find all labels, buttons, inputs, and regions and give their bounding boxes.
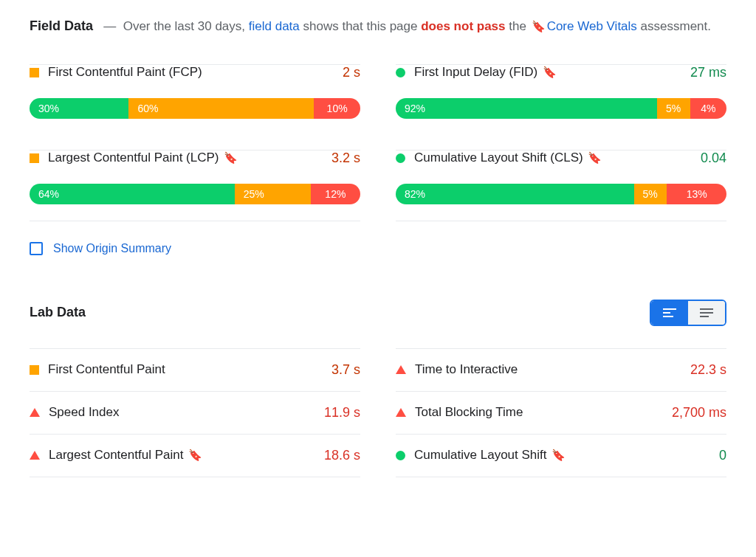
distribution-bar: 82%5%13% xyxy=(396,184,726,204)
lab-view-toggle[interactable] xyxy=(650,300,726,326)
lab-metric-row[interactable]: Speed Index11.9 s xyxy=(30,391,360,434)
field-metric[interactable]: Largest Contentful Paint (LCP) 🔖3.2 s64%… xyxy=(30,135,360,221)
bookmark-icon: 🔖 xyxy=(532,20,546,32)
lab-metric-label: Cumulative Layout Shift 🔖 xyxy=(414,448,710,463)
metric-label: Largest Contentful Paint (LCP) 🔖 xyxy=(48,151,323,165)
bar-segment-label: 25% xyxy=(244,188,264,200)
field-left-column: First Contentful Paint (FCP)2 s30%60%10%… xyxy=(30,49,360,221)
view-toggle-lines-icon[interactable] xyxy=(688,301,725,325)
bar-segment-good: 30% xyxy=(30,98,128,119)
lab-data-header: Lab Data xyxy=(30,300,726,326)
distribution-bar: 30%60%10% xyxy=(30,98,360,119)
lab-metric-value: 22.3 s xyxy=(690,362,726,378)
bar-segment-label: 4% xyxy=(701,103,715,114)
metric-value: 0.04 xyxy=(701,151,726,166)
bar-segment-label: 13% xyxy=(687,188,707,200)
bar-segment-good: 82% xyxy=(396,184,634,204)
status-triangle-icon xyxy=(30,451,40,460)
metric-value: 3.2 s xyxy=(331,151,360,166)
distribution-bar: 64%25%12% xyxy=(30,184,360,204)
lab-metric-value: 0 xyxy=(719,448,726,463)
bar-segment-label: 92% xyxy=(405,103,425,114)
lab-metric-row[interactable]: Cumulative Layout Shift 🔖0 xyxy=(396,434,726,477)
bookmark-icon: 🔖 xyxy=(543,66,557,78)
field-metric[interactable]: Cumulative Layout Shift (CLS) 🔖0.0482%5%… xyxy=(396,135,726,221)
field-right-column: First Input Delay (FID) 🔖27 ms92%5%4%Cum… xyxy=(396,49,726,221)
bar-segment-needs-improvement: 5% xyxy=(634,184,667,204)
origin-summary-checkbox[interactable] xyxy=(30,242,43,255)
lab-metric-value: 3.7 s xyxy=(331,362,360,378)
lab-metric-label: Total Blocking Time xyxy=(415,405,663,420)
lab-metrics-grid: First Contentful Paint3.7 sSpeed Index11… xyxy=(30,348,726,477)
status-circle-icon xyxy=(396,153,405,163)
bar-segment-label: 60% xyxy=(137,103,158,114)
lab-metric-label: Time to Interactive xyxy=(415,362,681,377)
bar-segment-label: 5% xyxy=(666,103,681,114)
bar-segment-label: 30% xyxy=(38,103,59,114)
metric-label: First Input Delay (FID) 🔖 xyxy=(414,65,681,80)
bar-segment-label: 10% xyxy=(327,103,348,114)
distribution-bar: 92%5%4% xyxy=(396,98,726,119)
bar-segment-label: 12% xyxy=(325,188,346,200)
intro-text: Over the last 30 days, xyxy=(123,19,245,33)
field-metric[interactable]: First Input Delay (FID) 🔖27 ms92%5%4% xyxy=(396,49,726,135)
lab-metric-row[interactable]: Largest Contentful Paint 🔖18.6 s xyxy=(30,434,360,477)
lab-metric-value: 18.6 s xyxy=(324,448,360,463)
bookmark-icon: 🔖 xyxy=(224,151,238,164)
intro-text: assessment. xyxy=(641,19,711,33)
status-square-icon xyxy=(30,365,39,375)
lab-metric-row[interactable]: Total Blocking Time2,700 ms xyxy=(396,391,726,434)
bookmark-icon: 🔖 xyxy=(588,151,602,164)
lab-metric-row[interactable]: Time to Interactive22.3 s xyxy=(396,348,726,391)
metric-value: 27 ms xyxy=(690,65,726,80)
bar-segment-needs-improvement: 25% xyxy=(235,184,311,204)
bar-segment-poor: 13% xyxy=(667,184,726,204)
separator: — xyxy=(103,19,116,33)
status-square-icon xyxy=(30,153,39,163)
bar-segment-needs-improvement: 60% xyxy=(128,98,314,119)
bar-segment-good: 92% xyxy=(396,98,657,119)
status-triangle-icon xyxy=(396,365,406,374)
field-data-intro: Field Data — Over the last 30 days, fiel… xyxy=(30,15,726,38)
intro-text: shows that this page xyxy=(303,19,418,33)
lab-data-title: Lab Data xyxy=(30,305,86,320)
metric-label: First Contentful Paint (FCP) xyxy=(48,65,334,80)
bar-segment-needs-improvement: 5% xyxy=(657,98,690,119)
status-circle-icon xyxy=(396,451,405,460)
status-triangle-icon xyxy=(396,408,406,417)
field-data-link[interactable]: field data xyxy=(249,19,300,33)
lab-metric-label: Largest Contentful Paint 🔖 xyxy=(49,448,315,463)
lab-metric-label: Speed Index xyxy=(49,405,315,420)
lab-metric-label: First Contentful Paint xyxy=(48,362,323,377)
bookmark-icon: 🔖 xyxy=(551,449,566,461)
show-origin-summary-row[interactable]: Show Origin Summary xyxy=(30,242,726,255)
metric-label: Cumulative Layout Shift (CLS) 🔖 xyxy=(414,151,692,165)
view-toggle-bars-icon[interactable] xyxy=(651,301,688,325)
metric-value: 2 s xyxy=(343,65,360,80)
bar-segment-label: 5% xyxy=(643,188,658,200)
bar-segment-good: 64% xyxy=(30,184,235,204)
bar-segment-poor: 4% xyxy=(690,98,726,119)
lab-left-column: First Contentful Paint3.7 sSpeed Index11… xyxy=(30,348,360,477)
origin-summary-label[interactable]: Show Origin Summary xyxy=(53,242,171,255)
bar-segment-label: 82% xyxy=(405,188,425,200)
core-web-vitals-link[interactable]: Core Web Vitals xyxy=(547,19,637,33)
status-square-icon xyxy=(30,68,39,77)
status-circle-icon xyxy=(396,68,405,77)
does-not-pass-text: does not pass xyxy=(421,19,505,33)
lab-right-column: Time to Interactive22.3 sTotal Blocking … xyxy=(396,348,726,477)
bar-segment-poor: 12% xyxy=(311,184,360,204)
lab-metric-row[interactable]: First Contentful Paint3.7 s xyxy=(30,348,360,391)
field-metric[interactable]: First Contentful Paint (FCP)2 s30%60%10% xyxy=(30,49,360,135)
intro-text: the xyxy=(509,19,526,33)
status-triangle-icon xyxy=(30,408,40,417)
bar-segment-label: 64% xyxy=(38,188,59,200)
field-metrics-grid: First Contentful Paint (FCP)2 s30%60%10%… xyxy=(30,49,726,221)
lab-metric-value: 2,700 ms xyxy=(672,405,726,421)
lab-metric-value: 11.9 s xyxy=(324,405,360,421)
bookmark-icon: 🔖 xyxy=(188,449,202,461)
bar-segment-poor: 10% xyxy=(314,98,360,119)
field-data-title: Field Data xyxy=(30,18,93,33)
